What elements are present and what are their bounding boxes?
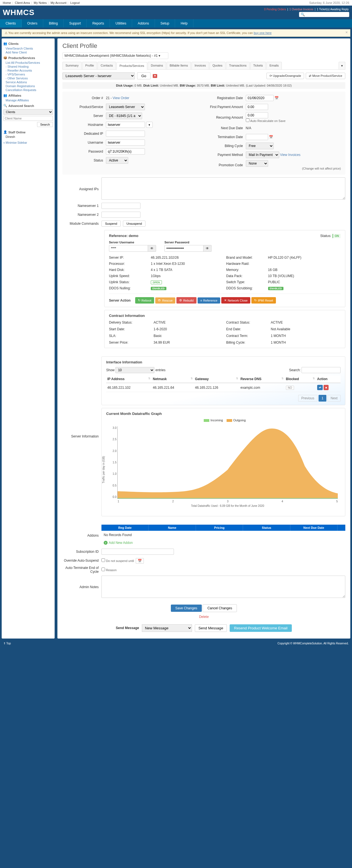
go-button[interactable]: Go bbox=[137, 72, 150, 80]
topbar-logout[interactable]: Logout bbox=[70, 1, 80, 4]
term-date-input[interactable] bbox=[246, 134, 268, 140]
sidebar-view-search-clients[interactable]: View/Search Clients bbox=[3, 46, 53, 51]
reboot-button[interactable]: ↻ Reboot bbox=[135, 297, 154, 304]
nav-support[interactable]: Support bbox=[63, 19, 87, 28]
calendar-icon[interactable]: 📅 bbox=[136, 558, 144, 564]
view-invoices-link[interactable]: View Invoices bbox=[280, 153, 300, 157]
paymethod-select[interactable]: Mail In Payment bbox=[246, 152, 279, 158]
tab-more[interactable]: ▾ bbox=[339, 62, 345, 69]
nav-help[interactable]: Help bbox=[175, 19, 194, 28]
tab-summary[interactable]: Summary bbox=[62, 62, 82, 69]
nav-orders[interactable]: Orders bbox=[22, 19, 43, 28]
page-1[interactable]: 1 bbox=[319, 395, 327, 402]
hostname-dropdown[interactable]: ▾ bbox=[146, 122, 153, 128]
ate-checkbox[interactable] bbox=[101, 567, 105, 571]
username-input[interactable] bbox=[106, 140, 145, 146]
unsuspend-button[interactable]: Unsuspend bbox=[123, 221, 146, 227]
hostname-input[interactable] bbox=[106, 122, 145, 128]
billing-cycle-select[interactable]: Free bbox=[246, 143, 274, 149]
save-changes-button[interactable]: Save Changes bbox=[171, 604, 202, 612]
send-msg-button[interactable]: Send Message bbox=[195, 624, 227, 632]
tab-tickets[interactable]: Tickets bbox=[250, 62, 266, 69]
sidebar-shared-hosting[interactable]: - Shared Hosting bbox=[3, 65, 53, 68]
topbar-my-notes[interactable]: My Notes bbox=[34, 1, 47, 4]
subscription-id[interactable] bbox=[101, 549, 174, 555]
col-rdns[interactable]: Reverse DNS⇅ bbox=[239, 375, 285, 383]
pending-orders[interactable]: 0 Pending Orders bbox=[264, 8, 286, 11]
row-edit-button[interactable]: ⇄ bbox=[317, 385, 323, 390]
nav-utilities[interactable]: Utilities bbox=[110, 19, 132, 28]
assigned-ips[interactable] bbox=[101, 177, 345, 200]
adv-search-type[interactable]: Clients bbox=[3, 109, 53, 115]
tab-emails[interactable]: Emails bbox=[266, 62, 282, 69]
dt-search[interactable] bbox=[301, 367, 341, 373]
overdue-invoices[interactable]: 1 Overdue Invoices bbox=[289, 8, 313, 11]
tab-products-services[interactable]: Products/Services bbox=[117, 62, 147, 70]
ssl-buy-link[interactable]: buy one here bbox=[254, 31, 271, 34]
sidebar-service-addons[interactable]: Service Addons bbox=[3, 80, 53, 84]
sidebar-manage-affiliates[interactable]: Manage Affiliates bbox=[3, 98, 53, 102]
sidebar-other[interactable]: - Other Services bbox=[3, 76, 53, 80]
view-order-link[interactable]: View Order bbox=[113, 96, 129, 100]
tab-transactions[interactable]: Transactions bbox=[226, 62, 250, 69]
add-addon-button[interactable]: +Add New Addon bbox=[101, 539, 135, 546]
resend-welcome-button[interactable]: Resend Product Welcome Email bbox=[230, 624, 292, 632]
suspend-button[interactable]: Suspend bbox=[101, 221, 121, 227]
topbar-client-area[interactable]: Client Area bbox=[15, 1, 30, 4]
ssl-warning-close[interactable]: ✕ bbox=[345, 31, 348, 34]
col-blocked[interactable]: Blocked⇅ bbox=[285, 375, 316, 383]
tickets-awaiting[interactable]: 1 Ticket(s) Awaiting Reply bbox=[317, 8, 349, 11]
send-msg-select[interactable]: New Message bbox=[142, 624, 192, 632]
sidebar-cancel-req[interactable]: Cancellation Requests bbox=[3, 88, 53, 92]
calendar-icon[interactable]: 📅 bbox=[269, 135, 273, 139]
tab-contacts[interactable]: Contacts bbox=[97, 62, 116, 69]
back-to-top[interactable]: ⇑ Top bbox=[3, 642, 11, 645]
tab-quotes[interactable]: Quotes bbox=[210, 62, 226, 69]
nav-reports[interactable]: Reports bbox=[87, 19, 110, 28]
dedicated-ip-input[interactable] bbox=[106, 131, 145, 137]
recalc-checkbox[interactable] bbox=[246, 118, 250, 122]
sidebar-reseller[interactable]: - Reseller Accounts bbox=[3, 68, 53, 72]
sidebar-list-all[interactable]: List All Products/Services bbox=[3, 61, 53, 65]
tab-domains[interactable]: Domains bbox=[148, 62, 166, 69]
topbar-my-account[interactable]: My Account bbox=[51, 1, 66, 4]
nav-billing[interactable]: Billing bbox=[43, 19, 63, 28]
reference-button[interactable]: ≡ Reference bbox=[198, 298, 220, 304]
delete-link[interactable]: Delete bbox=[62, 615, 345, 619]
rescue-button[interactable]: ⛑ Rescue bbox=[155, 298, 175, 304]
tab-billable[interactable]: Billable Items bbox=[167, 62, 191, 69]
admin-notes[interactable] bbox=[101, 576, 345, 598]
col-ip[interactable]: IP Address⇅ bbox=[106, 375, 152, 383]
nav-addons[interactable]: Addons bbox=[132, 19, 155, 28]
topbar-home[interactable]: Home bbox=[3, 1, 11, 4]
reveal-user-icon[interactable]: 👁 bbox=[148, 245, 156, 252]
first-pay-input[interactable] bbox=[246, 104, 268, 110]
move-button[interactable]: ⇄ Move Product/Service bbox=[306, 73, 345, 79]
sidebar-domain-reg[interactable]: Domain Registrations bbox=[3, 84, 53, 88]
oas-checkbox[interactable] bbox=[101, 558, 105, 562]
sidebar-add-new-client[interactable]: Add New Client bbox=[3, 51, 53, 54]
tab-invoices[interactable]: Invoices bbox=[192, 62, 209, 69]
client-selector[interactable]: WHMCSModule Development (WHMCSModule Net… bbox=[62, 52, 168, 59]
global-search-input[interactable] bbox=[305, 13, 348, 16]
server-select[interactable]: DE - 81845 (1/1 a bbox=[106, 113, 142, 119]
page-next[interactable]: Next bbox=[327, 395, 341, 402]
sidebar-vps[interactable]: - VPS/Servers bbox=[3, 72, 53, 76]
dt-length[interactable]: 10 bbox=[115, 367, 154, 373]
ipmi-reset-button[interactable]: ↻ IPMI Reset bbox=[252, 297, 276, 304]
nav-setup[interactable]: Setup bbox=[155, 19, 175, 28]
recur-input[interactable] bbox=[246, 112, 268, 118]
ns2-input[interactable] bbox=[101, 212, 141, 218]
ns1-input[interactable] bbox=[101, 203, 141, 209]
product-select[interactable]: Leaseweb Server bbox=[106, 103, 145, 110]
upgrade-button[interactable]: ⟳ Upgrade/Downgrade bbox=[266, 73, 304, 79]
server-password[interactable] bbox=[165, 245, 203, 252]
password-input[interactable] bbox=[106, 148, 145, 155]
status-select[interactable]: Active bbox=[106, 157, 128, 164]
col-netmask[interactable]: Netmask⇅ bbox=[152, 375, 194, 383]
row-block-button[interactable]: ■ bbox=[324, 385, 329, 390]
adv-search-name[interactable] bbox=[3, 116, 53, 121]
service-select[interactable]: Leaseweb Server - lwserver bbox=[62, 72, 135, 80]
adv-search-button[interactable]: Search bbox=[37, 122, 53, 127]
calendar-icon[interactable]: 📅 bbox=[274, 96, 279, 100]
